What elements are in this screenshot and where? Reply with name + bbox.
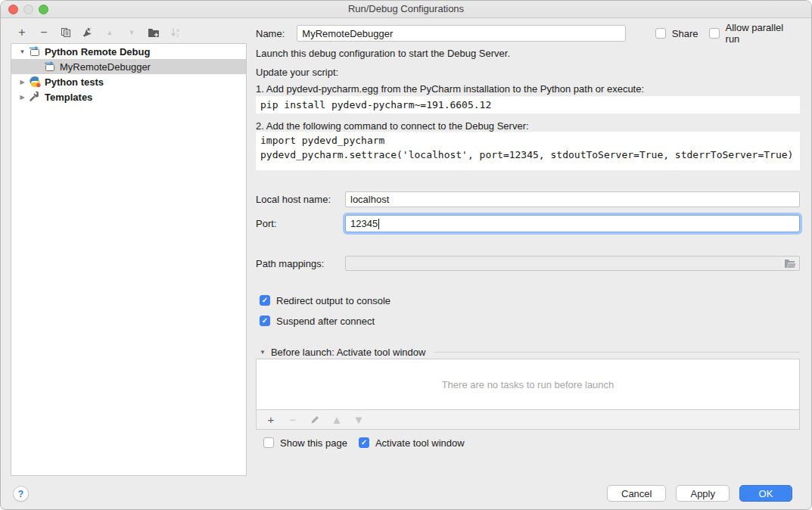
allow-parallel-run-checkbox[interactable] <box>709 28 720 39</box>
before-launch-title: Before launch: Activate tool window <box>271 347 426 358</box>
tree-item-label: MyRemoteDebugger <box>60 61 151 73</box>
minimize-button <box>23 5 33 14</box>
share-label: Share <box>672 28 698 39</box>
activate-tool-window-checkbox[interactable]: ✓ <box>359 437 369 448</box>
add-configuration-icon[interactable]: + <box>16 26 28 39</box>
tree-item-myremotedebugger[interactable]: MyRemoteDebugger <box>11 59 246 74</box>
check-icon: ✓ <box>361 439 367 446</box>
move-task-down-icon: ▼ <box>353 414 365 426</box>
instruction-line-1: Launch this debug configuration to start… <box>256 48 510 59</box>
section-divider <box>434 352 800 353</box>
browse-folder-icon[interactable] <box>784 259 796 269</box>
tree-item-python-tests[interactable]: ▶ Python tests <box>11 74 246 89</box>
window-title: Run/Debug Configurations <box>1 1 811 17</box>
port-value: 12345 <box>350 218 378 229</box>
check-icon: ✓ <box>262 297 268 304</box>
copy-configuration-icon[interactable] <box>60 26 72 39</box>
new-folder-icon[interactable] <box>148 26 160 39</box>
path-mappings-label: Path mappings: <box>256 258 324 269</box>
remote-debug-icon <box>29 45 41 58</box>
help-button[interactable]: ? <box>13 486 29 502</box>
show-this-page-label: Show this page <box>280 437 347 449</box>
redirect-output-checkbox[interactable]: ✓ <box>260 295 270 306</box>
configurations-toolbar: + − ▲ ▼ az <box>16 25 182 40</box>
remove-task-icon: − <box>287 414 299 426</box>
name-input[interactable] <box>297 25 626 42</box>
name-label: Name: <box>256 28 285 39</box>
show-this-page-checkbox[interactable] <box>263 437 274 448</box>
tree-item-label: Templates <box>45 92 92 103</box>
remove-configuration-icon[interactable]: − <box>38 26 50 39</box>
redirect-output-label: Redirect output to console <box>276 295 390 306</box>
run-debug-configurations-dialog: Run/Debug Configurations + − ▲ ▼ az ▼ Py… <box>0 0 812 510</box>
help-icon: ? <box>18 489 23 499</box>
zoom-button[interactable] <box>39 5 48 14</box>
settrace-code-line-1: import pydevd_pycharm <box>260 133 795 148</box>
instruction-step-1: 1. Add pydevd-pycharm.egg from the PyCha… <box>256 83 644 95</box>
move-down-icon: ▼ <box>126 26 138 39</box>
expand-collapse-icon[interactable]: ▶ <box>18 79 26 86</box>
move-task-up-icon: ▲ <box>331 414 343 426</box>
remote-debug-icon <box>44 61 56 73</box>
pip-install-code: pip install pydevd-pycharm~=191.6605.12 <box>256 96 800 114</box>
title-bar[interactable]: Run/Debug Configurations <box>1 1 811 18</box>
instruction-step-2: 2. Add the following command to connect … <box>256 120 529 132</box>
apply-button[interactable]: Apply <box>676 485 730 502</box>
tree-item-label: Python tests <box>45 76 104 88</box>
tree-item-templates[interactable]: ▶ Templates <box>11 89 246 104</box>
check-icon: ✓ <box>262 317 268 325</box>
expand-collapse-icon[interactable]: ▼ <box>18 48 26 55</box>
tree-item-label: Python Remote Debug <box>45 46 150 58</box>
wrench-icon <box>29 91 41 103</box>
port-input[interactable]: 12345 <box>345 215 800 232</box>
empty-tasks-text: There are no tasks to run before launch <box>442 379 614 390</box>
svg-text:z: z <box>176 33 179 38</box>
python-tests-icon <box>29 76 41 88</box>
move-up-icon: ▲ <box>104 26 116 39</box>
expand-collapse-icon[interactable]: ▶ <box>18 94 26 101</box>
suspend-after-connect-checkbox[interactable]: ✓ <box>260 316 270 326</box>
add-task-icon[interactable]: + <box>265 414 277 426</box>
before-launch-task-list[interactable]: There are no tasks to run before launch <box>256 359 800 410</box>
before-launch-toolbar: + − ▲ ▼ <box>256 410 800 430</box>
instruction-line-2: Update your script: <box>256 67 338 78</box>
local-host-name-input[interactable] <box>345 191 800 207</box>
collapse-section-icon[interactable]: ▼ <box>260 349 266 356</box>
activate-tool-window-label: Activate tool window <box>375 437 465 449</box>
cancel-button[interactable]: Cancel <box>607 485 666 502</box>
tree-item-python-remote-debug[interactable]: ▼ Python Remote Debug <box>11 44 246 59</box>
close-button[interactable] <box>8 5 18 14</box>
suspend-after-connect-label: Suspend after connect <box>276 316 375 327</box>
path-mappings-input[interactable] <box>345 256 800 271</box>
share-checkbox[interactable] <box>655 28 666 39</box>
sort-configurations-icon: az <box>170 26 182 39</box>
settrace-code: import pydevd_pycharm pydevd_pycharm.set… <box>256 132 800 170</box>
edit-task-icon <box>309 414 321 426</box>
local-host-name-label: Local host name: <box>256 194 331 205</box>
settrace-code-line-2: pydevd_pycharm.settrace('localhost', por… <box>260 148 795 162</box>
ok-button[interactable]: OK <box>739 485 792 502</box>
configurations-tree: ▼ Python Remote Debug MyRemoteDebugger ▶… <box>11 43 247 476</box>
allow-parallel-run-label: Allow parallel run <box>726 22 800 45</box>
text-caret <box>378 219 379 229</box>
port-label: Port: <box>256 218 276 229</box>
edit-defaults-icon[interactable] <box>82 26 94 39</box>
